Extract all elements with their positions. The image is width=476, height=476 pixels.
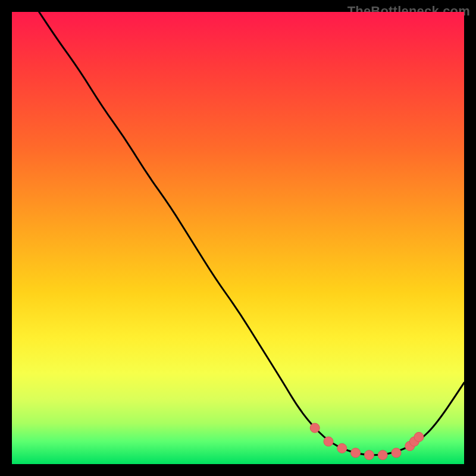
- trough-marker: [324, 437, 333, 446]
- plot-area: [12, 12, 464, 464]
- bottleneck-curve-svg: [12, 12, 464, 464]
- trough-marker: [414, 432, 424, 441]
- trough-marker: [392, 448, 401, 458]
- bottleneck-curve-path: [39, 12, 464, 455]
- trough-markers-group: [310, 423, 424, 460]
- trough-marker: [310, 423, 320, 433]
- trough-marker: [378, 450, 387, 460]
- trough-marker: [351, 448, 361, 458]
- chart-stage: TheBottleneck.com: [0, 0, 476, 476]
- trough-marker: [337, 443, 347, 453]
- trough-marker: [364, 450, 374, 460]
